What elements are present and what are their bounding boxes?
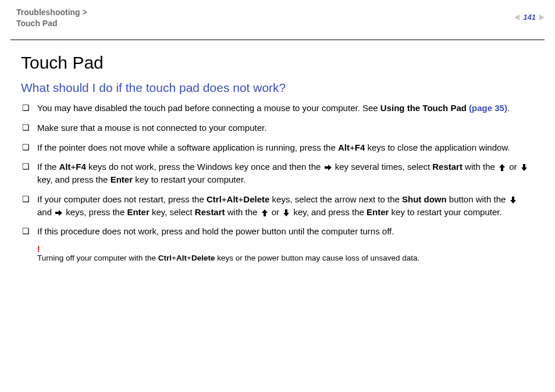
- bold-text: Shut down: [402, 194, 447, 204]
- text: key, and press the: [291, 207, 367, 217]
- breadcrumb-separator: >: [80, 8, 87, 17]
- previous-page-icon[interactable]: [514, 15, 520, 20]
- page-number-nav: 141: [514, 13, 545, 22]
- text: .: [507, 103, 510, 113]
- arrow-down-icon: [521, 164, 528, 171]
- text: keys or the power button may cause loss …: [215, 254, 419, 262]
- key-label: Enter: [127, 207, 149, 217]
- text: key, and press the: [37, 174, 111, 184]
- next-page-icon[interactable]: [539, 15, 545, 20]
- key-label: F4: [355, 142, 365, 152]
- key-label: Enter: [111, 174, 133, 184]
- breadcrumb-current: Touch Pad: [16, 19, 58, 28]
- text: button with the: [447, 194, 508, 204]
- text: If the: [37, 162, 59, 172]
- key-label: Ctrl: [207, 194, 222, 204]
- text: key to restart your computer.: [133, 174, 246, 184]
- caution-icon: !: [37, 245, 534, 253]
- page-content: Touch Pad What should I do if the touch …: [0, 40, 555, 264]
- bold-text: Restart: [195, 207, 225, 217]
- text: and: [37, 207, 54, 217]
- document-page: Troubleshooting > Touch Pad 141 Touch Pa…: [0, 0, 555, 392]
- key-label: Alt: [59, 162, 71, 172]
- page-title: Touch Pad: [21, 53, 534, 73]
- text: with the: [225, 207, 260, 217]
- text: keys, press the: [63, 207, 127, 217]
- text: with the: [462, 162, 497, 172]
- key-label: F4: [76, 162, 86, 172]
- bold-text: Using the Touch Pad: [380, 103, 469, 113]
- key-label: Alt: [176, 254, 187, 262]
- list-item: If this procedure does not work, press a…: [21, 225, 534, 238]
- list-item: Make sure that a mouse is not connected …: [21, 122, 534, 134]
- text: key to restart your computer.: [389, 207, 501, 217]
- plus: +: [350, 142, 355, 152]
- page-cross-reference-link[interactable]: (page 35): [469, 103, 507, 113]
- text: If your computer does not restart, press…: [37, 194, 207, 204]
- arrow-down-icon: [283, 209, 290, 216]
- text: You may have disabled the touch pad befo…: [37, 103, 380, 113]
- text: or: [507, 162, 520, 172]
- breadcrumb-parent[interactable]: Troubleshooting: [16, 8, 80, 17]
- text: keys do not work, press the Windows key …: [86, 162, 323, 172]
- breadcrumb: Troubleshooting > Touch Pad: [16, 7, 539, 29]
- plus: +: [187, 254, 191, 262]
- plus: +: [222, 194, 227, 204]
- key-label: Delete: [191, 254, 215, 262]
- text: keys to close the application window.: [365, 142, 510, 152]
- list-item: You may have disabled the touch pad befo…: [21, 102, 534, 115]
- text: key several times, select: [333, 162, 433, 172]
- arrow-down-icon: [510, 197, 517, 204]
- list-item: If the pointer does not move while a sof…: [21, 141, 534, 154]
- key-label: Delete: [243, 194, 269, 204]
- list-item: If the Alt+F4 keys do not work, press th…: [21, 161, 534, 186]
- key-label: Ctrl: [158, 254, 172, 262]
- text: or: [269, 207, 282, 217]
- text: If this procedure does not work, press a…: [37, 226, 394, 236]
- troubleshooting-list: You may have disabled the touch pad befo…: [21, 102, 534, 238]
- text: Make sure that a mouse is not connected …: [37, 123, 266, 133]
- plus: +: [71, 162, 76, 172]
- arrow-right-icon: [325, 164, 332, 171]
- page-header: Troubleshooting > Touch Pad 141: [0, 0, 555, 40]
- page-number: 141: [523, 13, 536, 22]
- text: Turning off your computer with the: [37, 254, 158, 262]
- text: keys, select the arrow next to the: [269, 194, 402, 204]
- text: key, select: [150, 207, 195, 217]
- arrow-right-icon: [55, 209, 62, 216]
- bold-text: Restart: [432, 162, 462, 172]
- plus: +: [172, 254, 176, 262]
- caution-note: ! Turning off your computer with the Ctr…: [21, 245, 534, 264]
- arrow-up-icon: [499, 164, 506, 171]
- key-label: Alt: [227, 194, 239, 204]
- key-label: Alt: [338, 142, 350, 152]
- list-item: If your computer does not restart, press…: [21, 193, 534, 219]
- key-label: Enter: [367, 207, 389, 217]
- text: If the pointer does not move while a sof…: [37, 142, 338, 152]
- caution-text: Turning off your computer with the Ctrl+…: [37, 253, 534, 264]
- arrow-up-icon: [261, 209, 268, 216]
- section-heading: What should I do if the touch pad does n…: [21, 81, 534, 95]
